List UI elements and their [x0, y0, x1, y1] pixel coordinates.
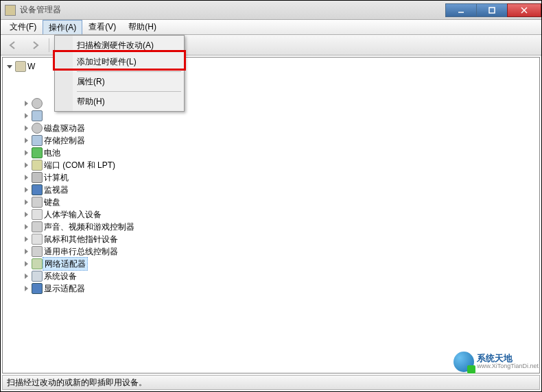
tree-item-label: 通用串行总线控制器: [43, 245, 119, 258]
device-icon: [32, 98, 43, 109]
tree-item[interactable]: 磁盘驱动器: [5, 122, 539, 134]
expander-icon[interactable]: [22, 149, 30, 157]
titlebar: 设备管理器: [1, 1, 541, 20]
action-context-menu: 扫描检测硬件改动(A) 添加过时硬件(L) 属性(R) 帮助(H): [54, 35, 185, 112]
ctx-properties[interactable]: 属性(R): [56, 73, 182, 90]
device-icon: [32, 160, 43, 171]
tree-item-label: 计算机: [43, 171, 70, 184]
menu-help[interactable]: 帮助(H): [122, 20, 163, 34]
expander-icon[interactable]: [22, 112, 30, 120]
expander-icon[interactable]: [22, 99, 30, 108]
tree-item-label: 磁盘驱动器: [43, 122, 86, 134]
expander-icon[interactable]: [22, 161, 30, 169]
tree-item-label: 显示适配器: [43, 282, 86, 295]
svg-rect-1: [489, 8, 495, 13]
expander-icon[interactable]: [22, 136, 30, 145]
device-icon: [32, 172, 43, 183]
tree-item[interactable]: 鼠标和其他指针设备: [5, 233, 539, 245]
menu-view[interactable]: 查看(V): [82, 20, 122, 34]
nav-forward-button[interactable]: [27, 38, 43, 53]
device-icon: [32, 234, 43, 245]
tree-item[interactable]: 显示适配器: [5, 282, 539, 295]
tree-item[interactable]: 声音、视频和游戏控制器: [5, 221, 539, 233]
expander-icon[interactable]: [22, 186, 30, 194]
tree-item-label: 监视器: [43, 184, 70, 196]
tree-item-label: 系统设备: [43, 270, 78, 282]
computer-root-icon: [15, 61, 26, 72]
statusbar: 扫描经过改动的或新的即插即用设备。: [2, 375, 540, 390]
device-icon: [32, 123, 43, 134]
tree-item[interactable]: 电池: [5, 147, 539, 159]
device-icon: [32, 147, 43, 158]
device-icon: [32, 271, 43, 282]
device-icon: [32, 258, 43, 269]
tree-root-label: W: [26, 60, 36, 73]
ctx-add-legacy-hardware[interactable]: 添加过时硬件(L): [56, 53, 182, 70]
watermark: 系统天地 www.XiTongTianDi.net: [453, 352, 539, 372]
tree-item-label: 网络适配器: [43, 257, 88, 271]
statusbar-text: 扫描经过改动的或新的即插即用设备。: [7, 377, 147, 389]
watermark-globe-icon: [453, 352, 474, 372]
expander-icon[interactable]: [22, 210, 30, 219]
device-icon: [32, 221, 43, 232]
tree-item[interactable]: 网络适配器: [5, 258, 539, 270]
device-icon: [32, 135, 43, 146]
minimize-button[interactable]: [445, 3, 477, 17]
tree-item-label: 人体学输入设备: [43, 208, 103, 221]
window-title: 设备管理器: [20, 4, 446, 16]
expander-icon[interactable]: [22, 272, 30, 280]
tree-item[interactable]: 监视器: [5, 184, 539, 196]
expander-icon[interactable]: [22, 173, 30, 182]
expander-icon[interactable]: [22, 198, 30, 206]
ctx-help[interactable]: 帮助(H): [56, 93, 182, 110]
menubar: 文件(F) 操作(A) 查看(V) 帮助(H): [1, 20, 541, 35]
tree-item[interactable]: 存储控制器: [5, 134, 539, 147]
ctx-scan-hardware[interactable]: 扫描检测硬件改动(A): [56, 37, 182, 53]
close-button[interactable]: [507, 3, 541, 17]
tree-item-label: 键盘: [43, 196, 62, 208]
tree-item-label: 声音、视频和游戏控制器: [43, 221, 136, 233]
device-icon: [32, 246, 43, 257]
tree-item[interactable]: 系统设备: [5, 270, 539, 282]
menu-action[interactable]: 操作(A): [43, 20, 82, 34]
device-icon: [32, 110, 43, 121]
context-menu-separator: [77, 91, 181, 92]
device-icon: [32, 209, 43, 220]
tree-item[interactable]: 人体学输入设备: [5, 208, 539, 221]
window-buttons: [446, 3, 541, 17]
tree-item-label: 存储控制器: [43, 134, 86, 147]
tree-item-label: 电池: [43, 147, 62, 159]
tree-item[interactable]: 通用串行总线控制器: [5, 245, 539, 258]
device-icon: [32, 184, 43, 195]
expander-icon[interactable]: [22, 223, 30, 231]
device-icon: [32, 283, 43, 294]
watermark-url: www.XiTongTianDi.net: [477, 363, 539, 370]
watermark-title: 系统天地: [477, 354, 539, 363]
menu-file[interactable]: 文件(F): [3, 20, 43, 34]
nav-back-button[interactable]: [5, 38, 21, 53]
tree-item[interactable]: 计算机: [5, 171, 539, 184]
tree-item-label: 端口 (COM 和 LPT): [43, 159, 117, 171]
tree-item-label: 鼠标和其他指针设备: [43, 233, 119, 245]
device-icon: [32, 197, 43, 208]
expander-icon[interactable]: [22, 284, 30, 293]
expander-icon[interactable]: [22, 260, 30, 268]
tree-item[interactable]: 端口 (COM 和 LPT): [5, 159, 539, 171]
tree-item[interactable]: 键盘: [5, 196, 539, 208]
app-icon: [5, 5, 16, 16]
expander-icon[interactable]: [22, 235, 30, 243]
expander-icon[interactable]: [5, 62, 14, 71]
expander-icon[interactable]: [22, 247, 30, 256]
maximize-button[interactable]: [476, 3, 508, 17]
toolbar-separator: [49, 38, 49, 52]
context-menu-separator: [77, 71, 181, 72]
expander-icon[interactable]: [22, 124, 30, 132]
